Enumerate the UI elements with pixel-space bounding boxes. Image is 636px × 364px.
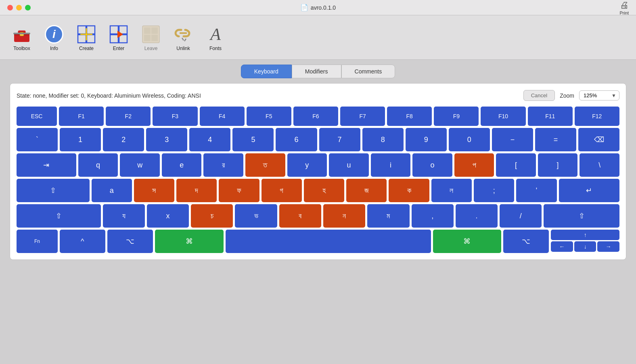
window-controls — [7, 5, 31, 10]
key-z[interactable]: য — [103, 204, 145, 228]
key-d[interactable]: দ — [176, 179, 217, 202]
key-f5[interactable]: F5 — [247, 107, 291, 126]
key-backspace[interactable]: ⌫ — [578, 128, 619, 151]
fonts-label: Fonts — [209, 46, 222, 51]
key-rcmd[interactable]: ⌘ — [433, 230, 502, 253]
key-lshift[interactable]: ⇧ — [17, 204, 101, 228]
key-9[interactable]: 9 — [406, 128, 447, 151]
key-f3[interactable]: F3 — [153, 107, 197, 126]
key-space[interactable] — [226, 230, 431, 253]
key-f2[interactable]: F2 — [106, 107, 151, 126]
close-button[interactable] — [7, 5, 13, 10]
key-down[interactable]: ↓ — [574, 241, 596, 252]
key-w[interactable]: w — [120, 153, 160, 177]
key-j[interactable]: জ — [346, 179, 387, 202]
key-o[interactable]: o — [412, 153, 452, 177]
key-i[interactable]: i — [371, 153, 411, 177]
toolbox-label: Toolbox — [13, 46, 30, 51]
tab-comments[interactable]: Comments — [341, 65, 395, 78]
key-x[interactable]: x — [147, 204, 189, 228]
key-f7[interactable]: F7 — [340, 107, 385, 126]
enter-label: Enter — [113, 46, 125, 51]
key-h[interactable]: হ — [304, 179, 344, 202]
key-b[interactable]: ব — [279, 204, 321, 228]
key-f1[interactable]: F1 — [59, 107, 104, 126]
key-f4[interactable]: F4 — [200, 107, 245, 126]
key-f12[interactable]: F12 — [575, 107, 619, 126]
key-right[interactable]: → — [597, 241, 619, 252]
key-equals[interactable]: = — [535, 128, 576, 151]
key-lbracket[interactable]: [ — [496, 153, 536, 177]
print-button[interactable]: 🖨 Print — [619, 0, 629, 15]
key-fn[interactable]: Fn — [17, 230, 58, 253]
key-return[interactable]: ↵ — [559, 179, 619, 202]
key-ctrl[interactable]: ^ — [60, 230, 105, 253]
toolbar-item-leave[interactable]: Leave — [136, 22, 165, 53]
key-p[interactable]: প — [454, 153, 494, 177]
key-v[interactable]: ভ — [235, 204, 277, 228]
key-rbracket[interactable]: ] — [538, 153, 578, 177]
key-n[interactable]: ন — [323, 204, 365, 228]
key-capslock[interactable]: ⇧ — [17, 179, 90, 202]
key-quote[interactable]: ' — [516, 179, 556, 202]
key-f6[interactable]: F6 — [293, 107, 338, 126]
key-left[interactable]: ← — [551, 241, 573, 252]
key-a[interactable]: a — [92, 179, 132, 202]
key-e[interactable]: e — [162, 153, 202, 177]
key-minus[interactable]: − — [492, 128, 533, 151]
key-f11[interactable]: F11 — [528, 107, 573, 126]
key-3[interactable]: 3 — [146, 128, 187, 151]
key-6[interactable]: 6 — [276, 128, 317, 151]
key-0[interactable]: 0 — [449, 128, 490, 151]
key-rshift[interactable]: ⇧ — [544, 204, 619, 228]
key-7[interactable]: 7 — [319, 128, 360, 151]
key-u[interactable]: u — [329, 153, 369, 177]
toolbar-item-info[interactable]: i Info — [40, 22, 69, 53]
key-4[interactable]: 4 — [189, 128, 230, 151]
tab-modifiers[interactable]: Modifiers — [292, 65, 341, 78]
key-semicolon[interactable]: ; — [474, 179, 514, 202]
key-comma[interactable]: , — [412, 204, 454, 228]
minimize-button[interactable] — [16, 5, 22, 10]
key-lcmd[interactable]: ⌘ — [155, 230, 224, 253]
key-up[interactable]: ↑ — [551, 230, 619, 240]
key-backtick[interactable]: ` — [17, 128, 58, 151]
toolbar: Toolbox i Info Create — [0, 15, 636, 60]
key-backslash[interactable]: \ — [580, 153, 619, 177]
key-esc[interactable]: ESC — [17, 107, 57, 126]
key-r[interactable]: র — [203, 153, 243, 177]
svg-rect-4 — [13, 33, 30, 34]
key-5[interactable]: 5 — [232, 128, 274, 151]
zoom-select[interactable]: 75% 100% 125% 150% 200% — [579, 90, 619, 100]
key-m[interactable]: ম — [367, 204, 409, 228]
key-8[interactable]: 8 — [362, 128, 404, 151]
key-s[interactable]: স — [134, 179, 174, 202]
key-l[interactable]: ল — [431, 179, 472, 202]
tab-keyboard[interactable]: Keyboard — [241, 65, 292, 78]
key-slash[interactable]: / — [500, 204, 542, 228]
maximize-button[interactable] — [25, 5, 31, 10]
toolbar-item-create[interactable]: Create — [72, 22, 101, 53]
key-f9[interactable]: F9 — [434, 107, 479, 126]
key-g[interactable]: গ — [262, 179, 302, 202]
key-c[interactable]: চ — [191, 204, 233, 228]
toolbar-item-unlink[interactable]: Unlink — [169, 22, 198, 53]
key-f[interactable]: ফ — [219, 179, 259, 202]
enter-icon — [108, 24, 129, 45]
key-2[interactable]: 2 — [103, 128, 144, 151]
key-k[interactable]: ক — [389, 179, 429, 202]
key-ralt[interactable]: ⌥ — [503, 230, 549, 253]
toolbar-item-toolbox[interactable]: Toolbox — [7, 22, 36, 53]
key-lalt[interactable]: ⌥ — [107, 230, 153, 253]
key-tab[interactable]: ⇥ — [17, 153, 76, 177]
key-f10[interactable]: F10 — [481, 107, 525, 126]
toolbar-item-enter[interactable]: Enter — [104, 22, 133, 53]
key-t[interactable]: ত — [245, 153, 285, 177]
key-y[interactable]: y — [287, 153, 327, 177]
key-q[interactable]: q — [78, 153, 118, 177]
key-f8[interactable]: F8 — [387, 107, 432, 126]
key-1[interactable]: 1 — [60, 128, 101, 151]
key-period[interactable]: . — [456, 204, 498, 228]
cancel-button[interactable]: Cancel — [523, 90, 555, 101]
toolbar-item-fonts[interactable]: A Fonts — [201, 22, 230, 53]
